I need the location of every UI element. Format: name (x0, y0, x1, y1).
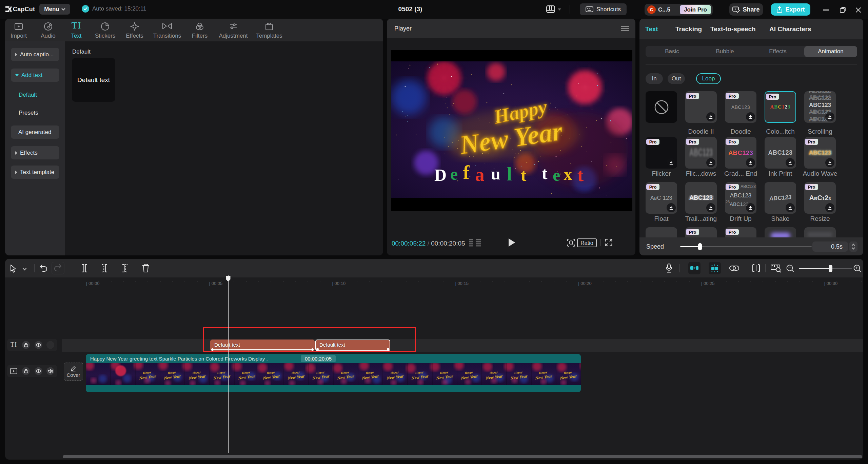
svg-text:u: u (491, 164, 500, 183)
svg-text:t: t (521, 166, 527, 185)
svg-text:f: f (463, 162, 470, 183)
svg-text:t: t (542, 164, 548, 183)
svg-text:e: e (450, 165, 458, 183)
svg-text:t: t (577, 165, 584, 185)
svg-text:e: e (553, 166, 560, 185)
svg-text:x: x (564, 165, 572, 183)
svg-text:D: D (434, 166, 447, 185)
svg-text:a: a (475, 164, 485, 185)
svg-text:l: l (507, 163, 512, 185)
